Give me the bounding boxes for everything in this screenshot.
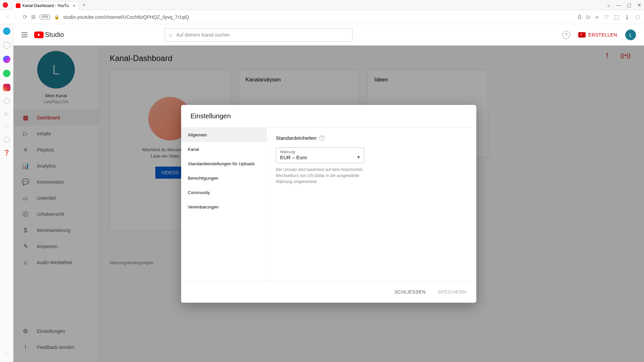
nav-forward-icon[interactable]: 〉 [13, 13, 19, 20]
heart-icon[interactable]: ♡ [604, 14, 609, 20]
chevron-down-icon: ▾ [357, 154, 360, 160]
currency-select-label: Währung [280, 150, 360, 154]
modal-nav-upload-defaults[interactable]: Standardeinstellungen für Uploads [181, 157, 267, 171]
currency-select-value: EUR – Euro [280, 155, 360, 160]
create-video-icon [578, 32, 586, 38]
modal-title: Einstellungen [181, 105, 476, 127]
vpn-badge[interactable]: VPN [40, 14, 50, 19]
search-input[interactable]: ⌕ Auf deinem Kanal suchen [165, 28, 353, 42]
help-icon[interactable]: ? [562, 31, 570, 39]
settings-modal: Einstellungen Allgemein Kanal Standardei… [181, 105, 476, 303]
youtube-play-icon [34, 32, 44, 38]
search-icon: ⌕ [169, 32, 172, 38]
window-minimize-icon[interactable]: — [616, 2, 621, 8]
tab-title: Kanal-Dashboard - YouTu [22, 3, 69, 8]
cube-icon[interactable]: ⬚ [614, 14, 619, 20]
opera-clock-icon[interactable] [4, 137, 10, 143]
profile-icon[interactable]: ◌ [635, 14, 640, 20]
opera-heart-icon[interactable]: ♡ [4, 124, 9, 130]
help-tooltip-icon[interactable]: ? [319, 135, 325, 141]
snapshot-icon[interactable]: ⎙ [578, 14, 581, 20]
opera-bookmarks-icon[interactable] [3, 42, 10, 49]
hamburger-icon[interactable] [21, 33, 28, 37]
studio-logo[interactable]: Studio [34, 31, 64, 39]
browser-toolbar: 〈 〉 ⟳ ⊞ VPN 🔒 studio.youtube.com/channel… [0, 10, 644, 24]
opera-history-icon[interactable] [4, 98, 10, 104]
youtube-favicon [16, 3, 20, 8]
opera-pinboard-icon[interactable]: ❓ [3, 149, 10, 156]
search-tabs-icon[interactable]: ⌕ [607, 2, 610, 8]
opera-player-icon[interactable]: ▷ [5, 111, 9, 117]
section-title-text: Standardeinheiten [276, 135, 317, 141]
window-maximize-icon[interactable]: ▢ [627, 2, 631, 8]
studio-logo-text: Studio [45, 31, 64, 39]
opera-more-icon[interactable]: ⋯ [4, 350, 9, 357]
studio-header: Studio ⌕ Auf deinem Kanal suchen ? ERSTE… [13, 24, 644, 46]
modal-nav-channel[interactable]: Kanal [181, 142, 267, 157]
search-placeholder: Auf deinem Kanal suchen [176, 32, 230, 38]
url-text[interactable]: studio.youtube.com/channel/UCocN6zQPHQZ_… [63, 14, 189, 20]
messenger-icon[interactable] [3, 56, 10, 63]
save-button[interactable]: SPEICHERN [436, 287, 468, 297]
new-tab-button[interactable]: + [83, 2, 86, 8]
create-label: ERSTELLEN [588, 32, 617, 38]
window-close-icon[interactable]: ✕ [637, 2, 641, 8]
lock-icon[interactable]: 🔒 [54, 14, 59, 19]
bookmark-icon[interactable]: ▷ [587, 14, 591, 20]
avatar[interactable]: L [625, 29, 636, 40]
reload-icon[interactable]: ⟳ [23, 14, 27, 20]
opera-workspace-icon[interactable] [3, 27, 10, 35]
currency-hint: Der Umsatz wird basierend auf dem histor… [276, 167, 364, 185]
opera-menu-icon[interactable] [3, 2, 8, 8]
studio-app: Studio ⌕ Auf deinem Kanal suchen ? ERSTE… [13, 24, 644, 362]
currency-select[interactable]: Währung EUR – Euro ▾ [276, 147, 364, 163]
modal-content: Standardeinheiten ? Währung EUR – Euro ▾… [267, 128, 476, 281]
modal-nav-permissions[interactable]: Berechtigungen [181, 171, 267, 185]
modal-footer: SCHLIESSEN SPEICHERN [181, 281, 476, 303]
create-button[interactable]: ERSTELLEN [578, 32, 617, 38]
modal-nav-agreements[interactable]: Vereinbarungen [181, 200, 267, 214]
download-icon[interactable]: ⭳ [625, 14, 630, 20]
opera-sidebar: ▷ ♡ ❓ ⋯ [0, 24, 13, 362]
browser-titlebar: Kanal-Dashboard - YouTu × + ⌕ — ▢ ✕ [0, 0, 644, 10]
modal-nav: Allgemein Kanal Standardeinstellungen fü… [181, 128, 267, 281]
browser-tab[interactable]: Kanal-Dashboard - YouTu × [12, 1, 79, 10]
close-tab-icon[interactable]: × [73, 3, 75, 8]
whatsapp-icon[interactable] [3, 70, 10, 77]
close-button[interactable]: SCHLIESSEN [392, 287, 428, 297]
instagram-icon[interactable] [3, 84, 10, 91]
modal-overlay: Einstellungen Allgemein Kanal Standardei… [13, 46, 644, 362]
modal-nav-community[interactable]: Community [181, 185, 267, 200]
section-title: Standardeinheiten ? [276, 135, 468, 141]
send-icon[interactable]: ▹ [596, 14, 599, 20]
studio-body: L Mein Kanal LetsPlay1234 ▦Dashboard ▷In… [13, 46, 644, 362]
nav-back-icon[interactable]: 〈 [4, 13, 9, 20]
speed-dial-icon[interactable]: ⊞ [31, 14, 36, 20]
modal-nav-general[interactable]: Allgemein [181, 128, 267, 142]
